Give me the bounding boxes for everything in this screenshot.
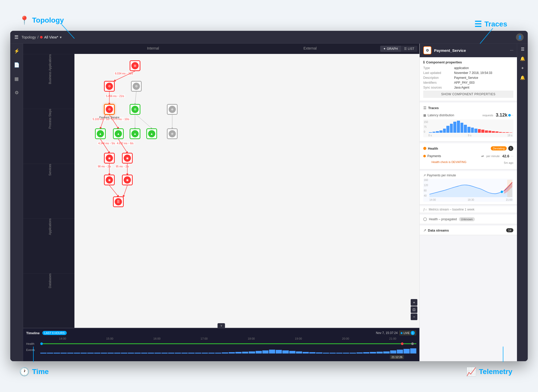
event-bar-1 <box>47 353 53 353</box>
node-n15-inner: ◉ <box>124 176 131 184</box>
node-n15[interactable]: ◉ <box>122 175 133 185</box>
event-bar-27 <box>222 352 228 353</box>
sidebar-filter-icon[interactable]: ⚡ <box>12 47 21 55</box>
zoom-out-button[interactable]: − <box>411 313 417 320</box>
graph-canvas[interactable]: ⊞ ⚙ ⚙ ⚙ Payment_Service <box>74 54 419 328</box>
event-bar-51 <box>383 351 389 353</box>
event-bar-8 <box>94 353 100 353</box>
node-payment-inner: ⚙ <box>106 106 113 113</box>
node-n14[interactable]: ◉ <box>104 175 115 185</box>
node-n16[interactable]: 🗄 <box>113 196 124 207</box>
col-internal: Internal <box>74 46 232 50</box>
main-layout: ⚡ 📄 ▦ ⚙ Internal External ✦ GRAPH <box>10 44 528 361</box>
node-n2[interactable]: ⚙ <box>104 81 115 92</box>
node-n12[interactable]: ◉ <box>104 153 115 164</box>
event-bar-32 <box>256 351 262 353</box>
center-content: Internal External ✦ GRAPH ☰ LIST <box>23 44 419 361</box>
event-bar-19 <box>168 353 174 353</box>
node-n7[interactable]: ▲ <box>95 128 106 139</box>
graph-toggle[interactable]: ✦ GRAPH <box>380 46 401 52</box>
health-more-button[interactable]: ··· <box>511 154 513 158</box>
breadcrumb-allview[interactable]: All View* <box>44 35 58 39</box>
prop-identifiers: Identifiers APP_PAY_003 <box>423 81 513 84</box>
node-n8[interactable]: ▲ <box>113 128 124 139</box>
event-bar-9 <box>101 353 107 353</box>
collapse-arrow[interactable]: ∨ <box>218 323 225 328</box>
node-n1[interactable]: ⊞ <box>130 60 140 71</box>
right-panel: ⚙ Payment_Service ··· ℹ Component proper… <box>419 44 517 361</box>
chevron-down-icon[interactable]: ▾ <box>60 35 62 39</box>
hamburger-icon[interactable]: ☰ <box>14 34 18 40</box>
health-alert-dot <box>401 342 404 345</box>
latency-bar-3 <box>439 130 443 133</box>
health-prop-radio[interactable] <box>423 217 427 221</box>
sidebar-settings-icon[interactable]: ⚙ <box>13 88 20 97</box>
latency-count: 3.12k <box>496 112 507 118</box>
event-bar-50 <box>377 352 383 353</box>
rs-star-icon[interactable]: ✦ <box>521 66 524 71</box>
node-n5[interactable]: ⚙ <box>130 104 140 115</box>
zoom-in-button[interactable]: + <box>411 299 417 306</box>
health-title: Health <box>428 147 489 150</box>
list-toggle[interactable]: ☰ LIST <box>401 46 417 52</box>
node-n3[interactable]: ⚙ <box>131 81 142 92</box>
health-check-row: Health check is DEVIATING 5m ago <box>427 160 513 165</box>
node-n10[interactable]: ▲ <box>146 128 157 139</box>
latency-bar-1 <box>433 132 436 133</box>
graph-edges-svg <box>74 54 419 328</box>
sidebar-grid-icon[interactable]: ▦ <box>13 74 20 83</box>
row-applications: Applications <box>23 218 74 273</box>
node-n9[interactable]: ▲ <box>130 128 140 139</box>
row-business-apps: Business Applications <box>23 54 74 109</box>
node-payment-service[interactable]: ⚙ Payment_Service <box>104 104 115 115</box>
node-n6[interactable]: ⊕ <box>167 104 178 115</box>
node-n5-inner: ⚙ <box>131 106 139 113</box>
traces-label: ☰ Traces <box>474 19 507 29</box>
graph-icon: ✦ <box>383 47 386 51</box>
event-bar-7 <box>87 353 93 353</box>
live-indicator <box>401 332 402 334</box>
latency-chart: 150 75 0 0 s 9 s 18 s <box>423 119 513 137</box>
edge-label-5: 4.346 ms ↑ 5/s <box>98 142 116 145</box>
event-bar-37 <box>289 351 295 353</box>
node-n13[interactable]: ◉ <box>122 153 133 164</box>
graph-label: GRAPH <box>387 47 398 51</box>
event-bar-5 <box>74 353 80 353</box>
topology-label: 📍 Topology <box>19 15 64 25</box>
rs-list-icon[interactable]: ☰ <box>521 47 524 52</box>
rs-bell-icon[interactable]: 🔔 <box>520 75 525 80</box>
sidebar-doc-icon[interactable]: 📄 <box>12 61 21 69</box>
zoom-fit-button[interactable]: ⊡ <box>411 306 417 313</box>
rs-alert-icon[interactable]: 🔔 <box>520 56 525 61</box>
avatar[interactable]: 👤 <box>516 33 524 41</box>
breadcrumb-topology[interactable]: Topology <box>22 35 36 39</box>
metrics-stream-text: Metrics stream – baseline 1 week <box>429 208 474 211</box>
time-text: Time <box>32 368 49 376</box>
data-streams-icon: ↗ <box>423 228 426 232</box>
event-bar-17 <box>155 353 161 353</box>
traces-section: ☰ Traces ▦ Latency distribution requests… <box>420 103 517 142</box>
health-section: Health Deviating 1 Payments ⇌ per minute… <box>420 143 517 169</box>
rp-more-button[interactable]: ··· <box>510 48 513 53</box>
timeline-badge[interactable]: LAST 6 HOURS <box>42 331 67 335</box>
node-n8-inner: ▲ <box>115 130 122 137</box>
service-title: Payment_Service <box>434 48 507 53</box>
event-bar-40 <box>309 352 315 353</box>
pay-chart-title: ↗ Payments per minute <box>423 174 513 177</box>
live-badge[interactable]: LIVE 1 <box>399 330 416 336</box>
pay-chart-svg <box>429 180 512 197</box>
health-check-text: Health check is DEVIATING <box>431 160 466 164</box>
event-bar-20 <box>175 353 181 353</box>
comp-props-title: ℹ Component properties <box>423 60 513 64</box>
node-n11[interactable]: ⊕ <box>167 128 178 139</box>
node-n2-inner: ⚙ <box>106 83 113 90</box>
health-value: 42.6 <box>502 154 509 158</box>
prop-last-updated: Last updated November 7 2018, 19:54:33 <box>423 71 513 75</box>
column-headers: Internal External <box>74 46 389 50</box>
traces-text: Traces <box>484 20 507 28</box>
show-component-properties-button[interactable]: SHOW COMPONENT PROPERTIES <box>423 91 513 98</box>
latency-bar-19 <box>495 131 498 133</box>
latency-bar-20 <box>499 132 502 133</box>
svg-line-8 <box>135 92 136 104</box>
events-track-label: Events <box>26 348 39 351</box>
